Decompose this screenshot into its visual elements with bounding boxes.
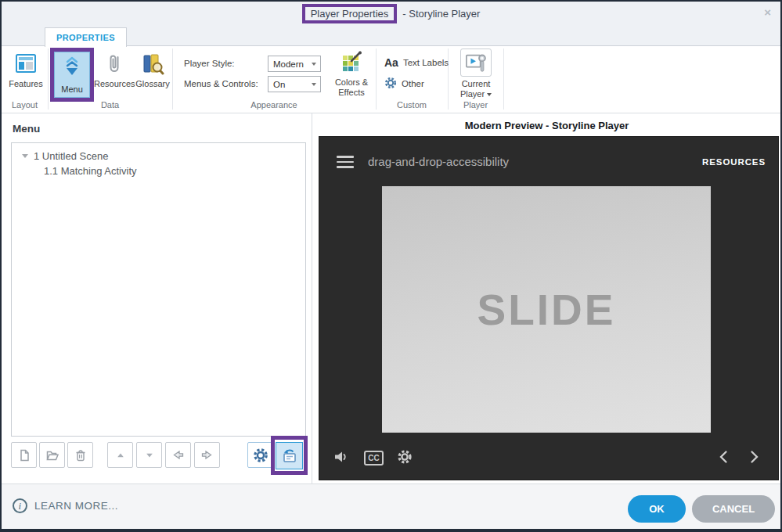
reset-from-story-icon [281, 448, 297, 464]
player-preview: drag-and-drop-accessibility RESOURCES SL… [319, 136, 779, 480]
gear-icon [384, 77, 397, 91]
glossary-button[interactable]: Glossary [133, 49, 172, 89]
menus-controls-select[interactable]: On [268, 76, 321, 92]
menu-panel: Menu 1 Untitled Scene 1.1 Matching Activ… [2, 113, 312, 483]
ribbon: Features Layout Menu [2, 46, 780, 113]
cc-icon: CC [368, 454, 379, 462]
preview-panel: Modern Preview - Storyline Player drag-a… [313, 113, 780, 483]
tree-item-label: 1 Untitled Scene [34, 150, 108, 162]
chevron-down-icon [312, 83, 316, 86]
arrow-right-icon [200, 448, 214, 462]
dialog-title-primary: Player Properties [311, 8, 389, 20]
ok-button[interactable]: OK [628, 495, 686, 523]
player-style-select[interactable]: Modern [268, 56, 321, 72]
move-down-button[interactable] [136, 442, 162, 468]
paperclip-icon [94, 49, 134, 77]
group-label-custom: Custom [376, 100, 448, 110]
features-icon [5, 49, 46, 77]
group-separator [503, 49, 504, 110]
menu-button[interactable]: Menu [54, 52, 90, 98]
open-folder-button[interactable] [39, 442, 65, 468]
hamburger-menu-icon[interactable] [337, 156, 354, 171]
menus-controls-value: On [273, 80, 285, 89]
dialog-title: Player Properties - Storyline Player [2, 2, 780, 25]
learn-more-link[interactable]: i LEARN MORE... [13, 498, 118, 513]
slide-label: SLIDE [477, 285, 616, 335]
menu-panel-title: Menu [13, 123, 40, 135]
other-button[interactable]: Other [384, 77, 424, 91]
next-button[interactable] [748, 449, 761, 468]
closed-captions-button[interactable]: CC [364, 451, 384, 466]
text-labels-label: Text Labels [403, 58, 449, 67]
footer-bar: i LEARN MORE... OK CANCEL [2, 483, 780, 529]
arrow-down-icon [142, 448, 157, 462]
features-button[interactable]: Features [5, 49, 46, 89]
text-labels-button[interactable]: Aa Text Labels [384, 56, 449, 69]
gear-icon [253, 448, 268, 463]
palette-eyedropper-icon [329, 48, 374, 76]
resources-tab[interactable]: RESOURCES [702, 157, 766, 167]
cancel-button[interactable]: CANCEL [692, 495, 775, 523]
chevron-down-icon [487, 93, 492, 96]
current-player-label: Current Player [460, 79, 490, 99]
group-label-layout: Layout [2, 100, 48, 110]
info-icon: i [13, 498, 27, 513]
current-player-icon [460, 49, 492, 77]
trash-icon [74, 448, 88, 462]
dialog-title-secondary: - Storyline Player [402, 8, 480, 20]
group-label-player: Player [448, 100, 503, 110]
highlight-box-menu: Menu [50, 48, 94, 102]
player-style-label: Player Style: [184, 59, 235, 68]
highlight-box-reset [271, 436, 308, 475]
increase-indent-button[interactable] [194, 442, 220, 468]
chevron-left-icon [717, 449, 730, 465]
colors-effects-button[interactable]: Colors & Effects [329, 48, 374, 97]
aa-icon: Aa [384, 56, 398, 69]
current-player-button[interactable]: Current Player [454, 49, 498, 99]
menu-icon [62, 56, 82, 81]
new-page-icon [17, 448, 31, 462]
group-label-appearance: Appearance [172, 100, 376, 110]
close-icon[interactable]: × [764, 5, 771, 19]
arrow-left-icon [171, 448, 186, 462]
player-style-value: Modern [273, 59, 304, 69]
previous-button[interactable] [717, 449, 730, 468]
tree-item-label: 1.1 Matching Activity [44, 165, 137, 177]
menus-controls-label: Menus & Controls: [184, 79, 258, 88]
learn-more-label: LEARN MORE... [34, 500, 118, 512]
reset-from-story-button[interactable] [276, 442, 303, 469]
delete-button[interactable] [67, 442, 93, 468]
playback-settings-button[interactable] [397, 449, 413, 468]
preview-heading: Modern Preview - Storyline Player [313, 120, 780, 131]
folder-icon [45, 448, 59, 462]
resources-button[interactable]: Resources [94, 49, 134, 89]
books-icon [133, 49, 172, 77]
arrow-up-icon [114, 448, 128, 462]
move-up-button[interactable] [107, 442, 133, 468]
highlight-box-title: Player Properties [302, 4, 398, 23]
player-course-title: drag-and-drop-accessibility [368, 155, 509, 168]
tree-item-scene[interactable]: 1 Untitled Scene [22, 150, 305, 162]
ribbon-tab-row: PROPERTIES [2, 25, 780, 46]
gear-icon [397, 449, 413, 465]
menu-tree: 1 Untitled Scene 1.1 Matching Activity [11, 142, 306, 437]
chevron-down-icon [312, 63, 316, 66]
main-area: Menu 1 Untitled Scene 1.1 Matching Activ… [2, 113, 780, 483]
menu-options-button[interactable] [247, 442, 273, 468]
speaker-icon [333, 449, 350, 465]
player-properties-dialog: Player Properties - Storyline Player × P… [0, 0, 782, 532]
decrease-indent-button[interactable] [165, 442, 191, 468]
new-entry-button[interactable] [11, 442, 37, 468]
slide-placeholder: SLIDE [382, 186, 711, 433]
chevron-right-icon [748, 449, 761, 465]
expander-icon[interactable] [22, 154, 28, 158]
title-bar: Player Properties - Storyline Player × [2, 2, 780, 25]
tree-item-slide[interactable]: 1.1 Matching Activity [44, 165, 305, 177]
volume-button[interactable] [333, 449, 350, 468]
tab-properties[interactable]: PROPERTIES [45, 27, 127, 47]
group-label-data: Data [48, 100, 172, 110]
other-label: Other [402, 79, 424, 88]
